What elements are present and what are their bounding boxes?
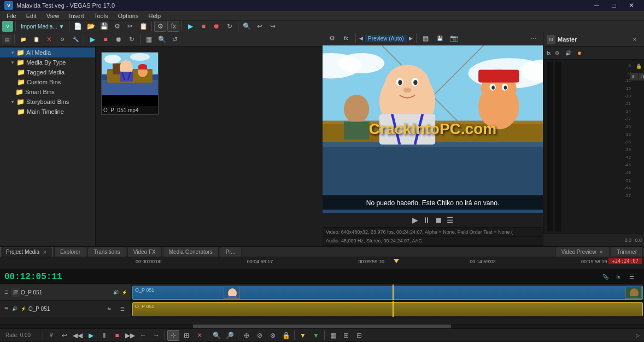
menu-view[interactable]: View xyxy=(42,11,64,20)
loop-preview-button[interactable]: ⏺ xyxy=(113,34,125,45)
preview-mode-selector[interactable]: ◀ Preview (Auto) ▶ xyxy=(359,35,413,42)
tree-item-main-timeline[interactable]: 📁 Main Timeline xyxy=(0,107,95,117)
tab-media-generators[interactable]: Media Generators xyxy=(163,247,219,257)
tree-item-storyboard-bins[interactable]: ▼ 📁 Storyboard Bins xyxy=(0,97,95,107)
audio-track-expand[interactable]: ☰ xyxy=(2,304,10,315)
fx-button[interactable]: fx xyxy=(167,21,179,32)
tab-video-fx[interactable]: Video FX xyxy=(127,247,162,257)
tree-item-all-media[interactable]: ▼ 📁 All Media xyxy=(0,48,95,57)
redo-button[interactable]: ↪ xyxy=(267,21,279,32)
maximize-button[interactable]: □ xyxy=(606,0,622,11)
copy-button[interactable]: 📋 xyxy=(137,21,149,32)
link-right-icon[interactable]: ◨ xyxy=(639,73,645,80)
transport-mark1[interactable]: ▼ xyxy=(297,330,309,341)
audio-menu-button[interactable]: ☰ xyxy=(116,304,128,315)
zoom-btn[interactable]: 🔍 xyxy=(156,34,168,45)
preview-mode-label[interactable]: Preview (Auto) xyxy=(365,35,407,42)
transport-mark2[interactable]: ▼ xyxy=(310,330,322,341)
media-btn-5[interactable]: 🔧 xyxy=(69,34,81,45)
media-btn-1[interactable]: 📁 xyxy=(17,34,29,45)
expand-icon[interactable]: ▼ xyxy=(10,100,15,105)
expand-icon[interactable]: ▼ xyxy=(10,60,15,65)
open-button[interactable]: 📂 xyxy=(85,21,97,32)
tree-item-media-by-type[interactable]: ▼ 📁 Media By Type xyxy=(0,57,95,67)
menu-edit[interactable]: Edit xyxy=(22,11,41,20)
menu-options[interactable]: Options xyxy=(114,11,143,20)
auto-preview-button[interactable]: ↻ xyxy=(126,34,138,45)
audio-clip-main[interactable]: O_P 051 xyxy=(132,302,643,316)
preview-menu-button[interactable]: ☰ xyxy=(447,216,454,224)
fx-bus-button[interactable]: 🔊 xyxy=(564,49,572,57)
media-btn-2[interactable]: 📋 xyxy=(30,34,42,45)
tab-video-preview[interactable]: Video Preview ✕ xyxy=(555,247,610,257)
menu-file[interactable]: File xyxy=(2,11,21,20)
import-media-button[interactable]: Import Media... ▼ xyxy=(18,21,67,32)
preview-settings-button[interactable]: ⚙ xyxy=(326,33,338,44)
tab-project-media[interactable]: Project Media ✕ xyxy=(0,247,53,257)
tree-item-tagged-media[interactable]: 📁 Tagged Media xyxy=(0,67,95,77)
preview-grid-button[interactable]: ▦ xyxy=(420,33,432,44)
link-left-icon[interactable]: ◧ xyxy=(630,73,639,80)
preview-save-button[interactable]: 💾 xyxy=(434,33,446,44)
menu-tools[interactable]: Tools xyxy=(90,11,113,20)
meter-lock-button[interactable]: 🔒 xyxy=(634,62,643,71)
transport-stepfwd[interactable]: → xyxy=(150,330,162,341)
tab-video-preview-close[interactable]: ✕ xyxy=(599,250,604,255)
audio-track-content[interactable]: O_P 051 xyxy=(131,301,644,317)
media-btn-4[interactable]: ⚙ xyxy=(56,34,68,45)
media-thumbnail-item[interactable]: O_P_051.mp4 xyxy=(101,52,159,115)
transport-play-indicator[interactable]: ▷ xyxy=(633,331,642,340)
zoom-in-button[interactable]: 🔍 xyxy=(241,21,253,32)
transport-play[interactable]: ▶ xyxy=(85,330,97,341)
transport-prev[interactable]: ◀◀ xyxy=(72,330,84,341)
new-project-button[interactable]: 📄 xyxy=(72,21,84,32)
transport-fn4[interactable]: 🔒 xyxy=(280,330,292,341)
close-button[interactable]: ✕ xyxy=(623,0,640,11)
transport-fn3[interactable]: ⊗ xyxy=(267,330,279,341)
transport-fn1[interactable]: ⊕ xyxy=(241,330,253,341)
preview-fx-button[interactable]: fx xyxy=(340,33,352,44)
record-button[interactable]: ⏺ xyxy=(210,21,223,32)
refresh-btn[interactable]: ↺ xyxy=(169,34,181,45)
transport-next[interactable]: ▶▶ xyxy=(124,330,136,341)
tab-pr[interactable]: Pr... xyxy=(220,247,242,257)
play-from-start-button[interactable]: ▶ xyxy=(184,21,196,32)
tab-transitions[interactable]: Transitions xyxy=(87,247,126,257)
menu-help[interactable]: Help xyxy=(144,11,165,20)
audio-icon-2[interactable]: ⚡ xyxy=(20,305,27,313)
timeline-ctrl-2[interactable]: fx xyxy=(612,271,624,282)
audio-icon-1[interactable]: 🔊 xyxy=(11,305,19,313)
transport-snap[interactable]: ⊞ xyxy=(180,330,192,341)
video-clip-main[interactable]: O_P 051 xyxy=(132,286,643,300)
timeline-scrollbar[interactable] xyxy=(0,324,644,329)
preview-play-button[interactable]: ▶ xyxy=(412,216,418,224)
transport-grid2[interactable]: ⊞ xyxy=(340,330,352,341)
stop-preview-button[interactable]: ■ xyxy=(99,34,112,45)
save-button[interactable]: 💾 xyxy=(98,21,110,32)
master-close-button[interactable]: ✕ xyxy=(629,34,641,45)
transport-grid1[interactable]: ▦ xyxy=(327,330,339,341)
tab-project-media-close[interactable]: ✕ xyxy=(43,250,47,255)
fx-mute-button[interactable]: ⏺ xyxy=(575,49,583,57)
settings-button[interactable]: ⚙ xyxy=(154,21,166,32)
transport-stepback[interactable]: ← xyxy=(137,330,149,341)
minimize-button[interactable]: ─ xyxy=(588,0,605,11)
tab-explorer[interactable]: Explorer xyxy=(54,247,86,257)
stop-button[interactable]: ■ xyxy=(197,21,209,32)
fx-settings-button[interactable]: ⚙ xyxy=(553,49,561,57)
transport-grid3[interactable]: ⊟ xyxy=(353,330,365,341)
transport-pause[interactable]: ⏸ xyxy=(98,330,110,341)
transport-delete[interactable]: ✕ xyxy=(194,330,206,341)
transport-return[interactable]: ↩ xyxy=(58,330,71,341)
audio-fx-button[interactable]: fx xyxy=(103,304,115,315)
preview-more-button[interactable]: ⋯ xyxy=(528,33,540,44)
expand-icon[interactable]: ▼ xyxy=(10,50,15,55)
transport-cursor[interactable]: ⊹ xyxy=(167,330,179,341)
timeline-ctrl-3[interactable]: ☰ xyxy=(625,271,637,282)
preview-snap-button[interactable]: 📷 xyxy=(448,33,460,44)
transport-zoom-out[interactable]: 🔎 xyxy=(224,330,236,341)
menu-insert[interactable]: Insert xyxy=(65,11,89,20)
timeline-ctrl-1[interactable]: 📎 xyxy=(599,271,611,282)
transport-stop[interactable]: ■ xyxy=(111,330,123,341)
preview-pause-button[interactable]: ⏸ xyxy=(423,216,430,224)
